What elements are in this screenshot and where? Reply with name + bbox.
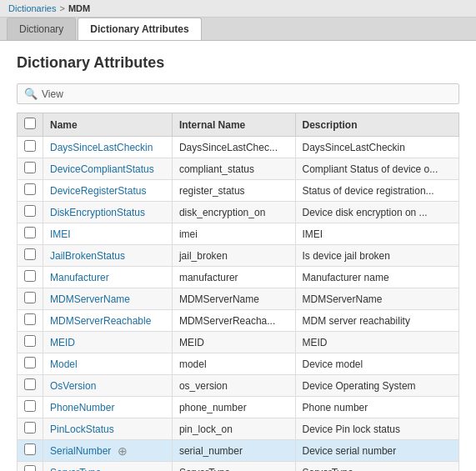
search-icon: 🔍 <box>24 88 38 100</box>
table-row: OsVersionos_versionDevice Operating Syst… <box>18 375 459 397</box>
table-row: PinLockStatuspin_lock_onDevice Pin lock … <box>18 418 459 440</box>
row-name-link[interactable]: MDMServerName <box>50 293 130 305</box>
table-row: MDMServerReachableMDMServerReacha...MDM … <box>18 310 459 332</box>
table-row: MEIDMEIDMEID <box>18 332 459 353</box>
row-internal-name: MDMServerName <box>172 288 295 310</box>
row-name-link[interactable]: MEID <box>50 337 75 348</box>
row-description: Manufacturer name <box>295 267 458 288</box>
table-row: DaysSinceLastCheckinDaysSinceLastChec...… <box>18 137 459 158</box>
table-row: ManufacturermanufacturerManufacturer nam… <box>18 267 459 288</box>
row-description: Device serial number <box>295 440 458 462</box>
row-internal-name: manufacturer <box>172 267 295 288</box>
table-row: DiskEncryptionStatusdisk_encryption_onDe… <box>18 202 459 223</box>
row-internal-name: os_version <box>172 375 295 397</box>
table-row: DeviceCompliantStatuscompliant_statusCom… <box>18 158 459 180</box>
table-row: ServerTypeServerTypeServerType <box>18 462 459 472</box>
row-name-link[interactable]: DaysSinceLastCheckin <box>50 142 153 153</box>
row-checkbox[interactable] <box>24 183 36 195</box>
row-checkbox[interactable] <box>24 313 36 325</box>
row-checkbox[interactable] <box>24 292 36 303</box>
row-internal-name: DaysSinceLastChec... <box>172 137 295 158</box>
row-name-link[interactable]: DeviceCompliantStatus <box>50 163 154 175</box>
row-name-link[interactable]: SerialNumber <box>50 445 111 457</box>
header-internal-name: Internal Name <box>172 113 295 137</box>
table-row: DeviceRegisterStatusregister_statusStatu… <box>18 180 459 202</box>
breadcrumb: Dictionaries > MDM <box>0 0 476 18</box>
header-checkbox-col <box>18 113 43 137</box>
row-internal-name: model <box>172 353 295 375</box>
row-checkbox[interactable] <box>24 378 36 390</box>
tab-dictionary[interactable]: Dictionary <box>7 18 76 40</box>
row-checkbox[interactable] <box>24 422 36 433</box>
row-internal-name: compliant_status <box>172 158 295 180</box>
move-icon[interactable]: ⊕ <box>118 444 128 458</box>
row-name-link[interactable]: DiskEncryptionStatus <box>50 207 145 218</box>
row-description: Device Pin lock status <box>295 418 458 440</box>
table-row: IMEIimeiIMEI <box>18 223 459 245</box>
row-internal-name: MDMServerReacha... <box>172 310 295 332</box>
row-checkbox[interactable] <box>24 162 36 173</box>
row-internal-name: MEID <box>172 332 295 353</box>
row-checkbox[interactable] <box>24 400 36 412</box>
row-checkbox[interactable] <box>24 140 36 152</box>
page-title: Dictionary Attributes <box>17 54 459 72</box>
row-name-link[interactable]: Manufacturer <box>50 272 109 283</box>
select-all-checkbox[interactable] <box>24 118 36 129</box>
row-description: Phone number <box>295 397 458 418</box>
row-description: MDMServerName <box>295 288 458 310</box>
breadcrumb-current: MDM <box>68 3 90 13</box>
table-row: SerialNumber⊕serial_numberDevice serial … <box>18 440 459 462</box>
breadcrumb-separator: > <box>59 3 64 13</box>
tab-bar: Dictionary Dictionary Attributes <box>0 18 476 41</box>
table-row: PhoneNumberphone_numberPhone number <box>18 397 459 418</box>
row-checkbox[interactable] <box>24 270 36 282</box>
row-description: Compliant Status of device o... <box>295 158 458 180</box>
row-name-link[interactable]: OsVersion <box>50 380 96 392</box>
row-checkbox[interactable] <box>24 227 36 238</box>
tab-dictionary-attributes[interactable]: Dictionary Attributes <box>78 18 201 40</box>
row-internal-name: jail_broken <box>172 245 295 267</box>
row-description: Is device jail broken <box>295 245 458 267</box>
row-checkbox[interactable] <box>24 357 36 368</box>
row-checkbox[interactable] <box>24 465 36 471</box>
row-checkbox[interactable] <box>24 335 36 347</box>
row-internal-name: imei <box>172 223 295 245</box>
row-internal-name: ServerType <box>172 462 295 472</box>
breadcrumb-parent-link[interactable]: Dictionaries <box>8 3 56 13</box>
row-checkbox[interactable] <box>24 443 36 455</box>
row-name-link[interactable]: Model <box>50 358 78 370</box>
table-row: MDMServerNameMDMServerNameMDMServerName <box>18 288 459 310</box>
row-internal-name: serial_number <box>172 440 295 462</box>
attributes-table: Name Internal Name Description DaysSince… <box>17 113 459 471</box>
row-description: MEID <box>295 332 458 353</box>
table-header-row: Name Internal Name Description <box>18 113 459 137</box>
row-internal-name: disk_encryption_on <box>172 202 295 223</box>
row-name-link[interactable]: DeviceRegisterStatus <box>50 185 146 197</box>
row-description: Device Operating System <box>295 375 458 397</box>
row-name-link[interactable]: ServerType <box>50 467 101 472</box>
table-row: JailBrokenStatusjail_brokenIs device jai… <box>18 245 459 267</box>
row-internal-name: pin_lock_on <box>172 418 295 440</box>
row-name-link[interactable]: MDMServerReachable <box>50 315 151 327</box>
row-description: ServerType <box>295 462 458 472</box>
row-description: MDM server reachability <box>295 310 458 332</box>
row-description: DaysSinceLastCheckin <box>295 137 458 158</box>
row-description: Device disk encryption on ... <box>295 202 458 223</box>
row-checkbox[interactable] <box>24 248 36 260</box>
row-description: IMEI <box>295 223 458 245</box>
row-name-link[interactable]: PhoneNumber <box>50 402 114 413</box>
row-name-link[interactable]: IMEI <box>50 228 71 240</box>
search-bar: 🔍 <box>17 83 459 104</box>
row-description: Device model <box>295 353 458 375</box>
search-input[interactable] <box>42 88 452 100</box>
row-description: Status of device registration... <box>295 180 458 202</box>
row-internal-name: register_status <box>172 180 295 202</box>
row-checkbox[interactable] <box>24 205 36 217</box>
row-internal-name: phone_number <box>172 397 295 418</box>
table-row: ModelmodelDevice model <box>18 353 459 375</box>
header-description: Description <box>295 113 458 137</box>
row-name-link[interactable]: PinLockStatus <box>50 423 114 435</box>
main-content: Dictionary Attributes 🔍 Name Internal Na… <box>0 41 476 471</box>
row-name-link[interactable]: JailBrokenStatus <box>50 250 125 262</box>
header-name: Name <box>43 113 173 137</box>
